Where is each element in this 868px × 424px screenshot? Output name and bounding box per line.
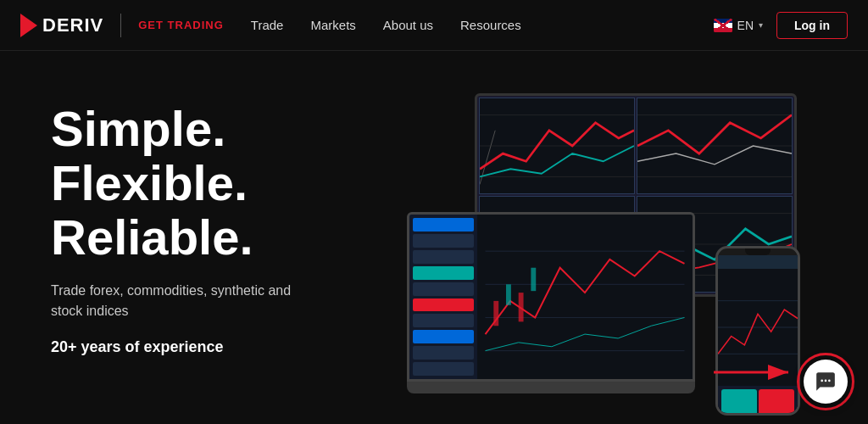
language-selector[interactable]: EN ▾ [714,19,763,32]
svg-point-28 [828,380,831,382]
sidebar-row-7 [413,314,474,327]
sidebar-row-8 [413,330,474,343]
header-right: EN ▾ Log in [714,12,848,39]
device-phone [715,246,800,416]
logo-text: DERIV [42,14,103,36]
laptop-content [409,215,693,379]
chart-cell-1 [479,98,635,194]
deriv-chevron-icon [20,14,37,37]
phone-content [718,255,798,416]
nav-item-markets[interactable]: Markets [310,18,355,32]
nav-item-trade[interactable]: Trade [251,18,284,32]
get-trading-label[interactable]: GET TRADING [138,19,224,31]
main-nav: Trade Markets About us Resources [251,18,714,32]
flag-icon [714,19,732,32]
header: DERIV GET TRADING Trade Markets About us… [0,0,868,51]
sidebar-row-3 [413,250,474,264]
sidebar-row-6 [413,298,474,312]
hero-section: Simple. Flexible. Reliable. Trade forex,… [0,51,868,424]
laptop-chart [477,215,693,379]
sidebar-row-5 [413,282,474,296]
svg-rect-18 [506,284,511,304]
phone-sell-btn [759,389,794,416]
laptop-screen [407,212,695,382]
device-laptop [407,212,695,416]
phone-topbar [718,255,798,269]
phone-body [715,246,800,416]
svg-rect-20 [531,268,536,291]
nav-item-resources[interactable]: Resources [460,18,521,32]
login-button[interactable]: Log in [776,12,848,39]
lang-code: EN [737,19,754,32]
sidebar-row-2 [413,234,474,248]
heading-line2: Flexible. [51,155,248,210]
svg-rect-19 [519,293,524,321]
phone-bottom [718,386,798,416]
chart-cell-2 [637,98,793,194]
chat-widget-button[interactable] [804,360,848,404]
hero-left: Simple. Flexible. Reliable. Trade forex,… [51,93,407,356]
laptop-sidebar [409,215,477,379]
hero-years: 20+ years of experience [51,338,407,356]
svg-rect-17 [493,301,498,326]
svg-point-27 [825,380,827,382]
chat-arrow [714,360,798,388]
hero-subtext: Trade forex, commodities, synthetic and … [51,281,305,321]
chevron-down-icon: ▾ [759,20,763,30]
svg-point-26 [821,380,823,382]
heading-line1: Simple. [51,101,225,156]
heading-line3: Reliable. [51,209,253,265]
sidebar-row-9 [413,346,474,360]
phone-buy-btn [721,389,757,416]
laptop-base [407,382,695,393]
nav-item-about[interactable]: About us [383,18,433,32]
logo-area: DERIV GET TRADING [20,14,224,37]
sidebar-row-4 [413,266,474,280]
phone-notch [745,248,771,255]
logo-divider [120,14,121,37]
logo-deriv[interactable]: DERIV [20,14,103,37]
sidebar-row-1 [413,218,474,232]
sidebar-row-10 [413,362,474,376]
hero-heading: Simple. Flexible. Reliable. [51,102,407,264]
chat-icon [815,371,837,393]
